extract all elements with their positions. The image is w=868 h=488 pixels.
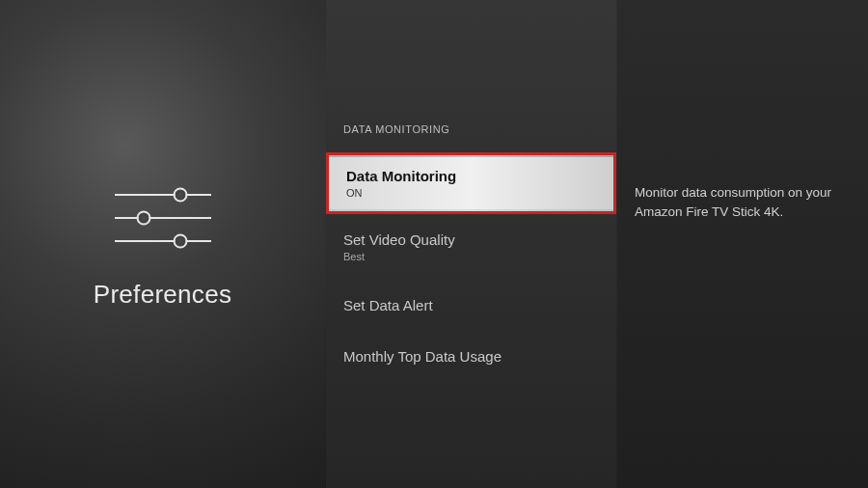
menu-item-title: Set Video Quality [343,231,599,248]
menu-item-monthly-top-data-usage[interactable]: Monthly Top Data Usage [326,335,616,378]
settings-screen: Preferences DATA MONITORING Data Monitor… [0,0,868,488]
page-title: Preferences [94,280,231,310]
menu-pane: DATA MONITORING Data Monitoring ON Set V… [326,0,617,488]
menu-item-data-monitoring[interactable]: Data Monitoring ON [329,155,613,211]
menu-item-title: Set Data Alert [343,297,599,313]
section-header: DATA MONITORING [326,123,616,152]
menu-item-title: Monthly Top Data Usage [343,348,599,365]
menu-item-title: Data Monitoring [346,168,596,184]
description-pane: Monitor data consumption on your Amazon … [617,0,868,488]
menu-item-sub: ON [346,187,596,199]
sliders-icon [115,179,211,257]
selection-highlight: Data Monitoring ON [326,152,616,214]
left-pane: Preferences [0,0,326,488]
item-description: Monitor data consumption on your Amazon … [635,183,839,221]
menu-item-set-data-alert[interactable]: Set Data Alert [326,284,616,327]
menu-item-set-video-quality[interactable]: Set Video Quality Best [326,218,616,276]
menu-item-sub: Best [343,251,599,262]
